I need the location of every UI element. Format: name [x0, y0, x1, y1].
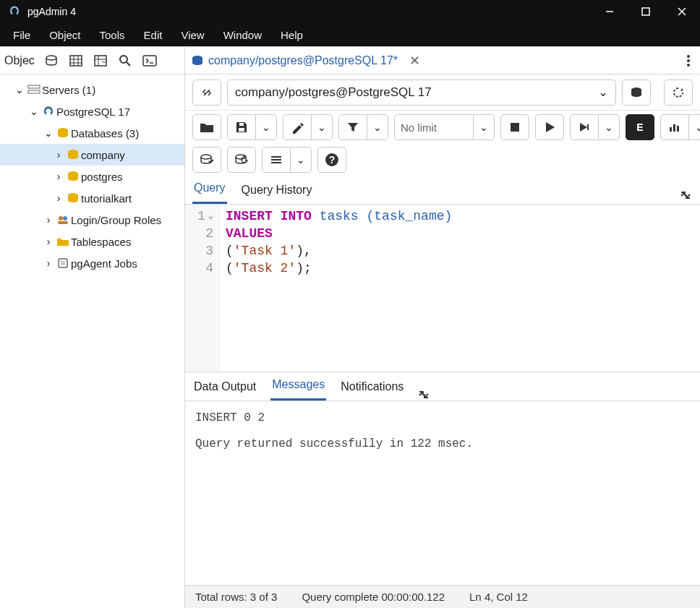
chevron-right-icon[interactable]: ›: [52, 192, 65, 204]
edit-icon[interactable]: [283, 114, 312, 140]
limit-dropdown[interactable]: No limit: [394, 114, 474, 140]
connection-status-icon[interactable]: [192, 80, 221, 106]
sql-keyword: INTO: [281, 209, 312, 223]
save-dropdown-icon[interactable]: ⌄: [256, 114, 277, 140]
tab-query-history[interactable]: Query History: [240, 176, 314, 204]
open-file-icon[interactable]: [192, 114, 221, 140]
save-file-icon[interactable]: [227, 114, 256, 140]
explain-analyze-icon[interactable]: [660, 114, 689, 140]
menu-window[interactable]: Window: [216, 26, 269, 44]
svg-rect-17: [28, 85, 40, 88]
explain-dropdown-icon[interactable]: ⌄: [689, 114, 700, 140]
execute-options-dropdown-icon[interactable]: ⌄: [599, 114, 620, 140]
view-data-icon[interactable]: [64, 50, 88, 72]
sql-identifier: tasks: [320, 209, 359, 223]
tree-label: postgres: [81, 171, 123, 183]
svg-rect-37: [587, 124, 589, 130]
chevron-right-icon[interactable]: ›: [52, 149, 65, 160]
status-total-rows: Total rows: 3 of 3: [195, 591, 277, 603]
tree-databases[interactable]: ⌄ Databases (3): [0, 122, 184, 144]
filter-rows-icon[interactable]: [88, 50, 113, 72]
tree-label: Login/Group Roles: [71, 214, 161, 226]
chevron-right-icon[interactable]: ›: [42, 214, 55, 226]
explain-icon[interactable]: E: [626, 114, 654, 140]
tree-db-postgres[interactable]: › postgres: [0, 166, 184, 187]
search-icon[interactable]: [113, 50, 137, 72]
menu-view[interactable]: View: [174, 26, 211, 44]
connection-dropdown[interactable]: company/postgres@PostgreSQL 17 ⌄: [227, 80, 616, 106]
tree-db-tutorialkart[interactable]: › tutorialkart: [0, 187, 184, 209]
tab-notifications[interactable]: Notifications: [339, 373, 405, 401]
sql-identifier: task_name: [374, 209, 444, 223]
tree-label: PostgreSQL 17: [56, 106, 130, 118]
sql-string: 'Task 2': [234, 261, 296, 275]
line-number: 2: [205, 225, 213, 242]
commit-icon[interactable]: [192, 147, 221, 173]
expand-editor-icon[interactable]: [678, 187, 693, 204]
execute-options-icon[interactable]: [570, 114, 599, 140]
tree-servers[interactable]: ⌄ Servers (1): [0, 79, 184, 100]
menu-tools[interactable]: Tools: [93, 26, 132, 44]
expand-results-icon[interactable]: [418, 389, 430, 401]
chevron-down-icon[interactable]: ⌄: [42, 127, 55, 139]
app-logo-icon: [7, 4, 22, 19]
svg-point-24: [63, 216, 67, 220]
database-icon: [65, 192, 81, 204]
stop-icon[interactable]: [500, 114, 529, 140]
maximize-button[interactable]: [628, 0, 664, 23]
tree-label: tutorialkart: [81, 192, 132, 205]
macros-dropdown-icon[interactable]: ⌄: [291, 147, 312, 173]
line-gutter: 1⌄ 2 3 4: [185, 205, 220, 372]
menu-help[interactable]: Help: [273, 26, 310, 44]
editor-tab[interactable]: company/postgres@PostgreSQL 17* ✕: [191, 53, 420, 69]
tree-pgagent[interactable]: › pgAgent Jobs: [0, 252, 184, 274]
limit-dropdown-icon[interactable]: ⌄: [474, 114, 495, 140]
macros-icon[interactable]: [262, 147, 291, 173]
svg-rect-39: [673, 124, 675, 132]
tab-data-output[interactable]: Data Output: [192, 373, 257, 401]
close-tab-icon[interactable]: ✕: [409, 53, 420, 69]
chevron-down-icon[interactable]: ⌄: [13, 84, 26, 95]
tree-server-postgresql[interactable]: ⌄ PostgreSQL 17: [0, 100, 184, 122]
svg-point-4: [46, 56, 56, 60]
tree-label: Databases (3): [71, 127, 139, 140]
filter-dropdown-icon[interactable]: ⌄: [367, 114, 388, 140]
tree-tablespaces[interactable]: › Tablespaces: [0, 231, 184, 252]
chevron-right-icon[interactable]: ›: [52, 171, 65, 182]
rollback-icon[interactable]: [227, 147, 256, 173]
psql-icon[interactable]: [137, 50, 162, 72]
close-button[interactable]: [664, 0, 700, 23]
new-connection-icon[interactable]: [622, 80, 651, 106]
minimize-button[interactable]: [592, 0, 628, 23]
sql-editor[interactable]: 1⌄ 2 3 4 INSERT INTO tasks (task_name) V…: [185, 205, 700, 372]
tab-query[interactable]: Query: [192, 174, 227, 204]
code-area[interactable]: INSERT INTO tasks (task_name) VALUES ('T…: [220, 205, 458, 372]
filter-icon[interactable]: [338, 114, 367, 140]
execute-icon[interactable]: [535, 114, 564, 140]
menu-edit[interactable]: Edit: [137, 26, 170, 44]
svg-rect-5: [70, 56, 82, 66]
chevron-right-icon[interactable]: ›: [42, 236, 55, 247]
messages-output: INSERT 0 2 Query returned successfully i…: [185, 401, 700, 585]
query-tool-icon[interactable]: [39, 50, 64, 72]
chevron-right-icon[interactable]: ›: [42, 257, 55, 269]
database-icon: [55, 127, 71, 139]
more-menu-icon[interactable]: [683, 50, 694, 72]
tree-login-roles[interactable]: › Login/Group Roles: [0, 209, 184, 231]
edit-dropdown-icon[interactable]: ⌄: [312, 114, 333, 140]
object-explorer-title: Objec: [4, 54, 39, 67]
fold-icon[interactable]: ⌄: [208, 207, 213, 225]
chevron-down-icon[interactable]: ⌄: [27, 106, 40, 117]
help-icon[interactable]: ?: [317, 147, 346, 173]
tree-db-company[interactable]: › company: [0, 144, 184, 166]
reset-layout-icon[interactable]: [664, 80, 693, 106]
svg-point-41: [201, 155, 211, 159]
browser-tree: ⌄ Servers (1) ⌄ PostgreSQL 17 ⌄ Database…: [0, 74, 184, 608]
menu-file[interactable]: File: [6, 26, 38, 44]
status-bar: Total rows: 3 of 3 Query complete 00:00:…: [185, 585, 700, 608]
query-toolbar: ⌄ ⌄ ⌄ No limit ⌄: [185, 111, 700, 176]
menu-object[interactable]: Object: [42, 26, 88, 44]
elephant-icon: [40, 105, 56, 118]
tab-messages[interactable]: Messages: [270, 371, 326, 401]
line-number: 1: [197, 207, 205, 225]
